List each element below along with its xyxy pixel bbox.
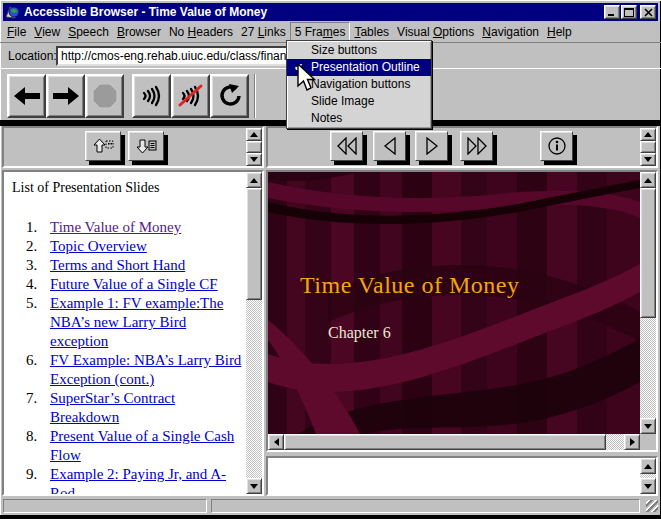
slide-vertical-scrollbar	[640, 172, 656, 434]
list-item: 8.Present Value of a Single Cash Flow	[4, 427, 246, 465]
slide-link-7[interactable]: SuperStar’s Contract Breakdown	[50, 389, 242, 427]
previous-slide-button[interactable]	[373, 131, 406, 161]
slide-link-4[interactable]: Future Value of a Single CF	[50, 275, 242, 294]
slide-background-art	[268, 172, 640, 434]
scroll-up-button[interactable]	[640, 128, 656, 141]
right-arrow-icon	[425, 137, 439, 155]
minimize-button[interactable]	[604, 5, 620, 19]
menu-visual-options[interactable]: Visual Options	[393, 23, 478, 41]
scroll-down-button[interactable]	[246, 478, 262, 494]
reload-button[interactable]	[210, 74, 249, 118]
scroll-down-button[interactable]	[640, 418, 656, 434]
slide-list: List of Presentation Slides 1.Time Value…	[4, 172, 246, 494]
menu-file[interactable]: File	[3, 23, 30, 41]
scrollbar-track[interactable]	[640, 318, 656, 418]
frames-menu-notes[interactable]: Notes	[287, 110, 431, 127]
slide-link-9[interactable]: Example 2: Paying Jr, and A-Rod	[50, 465, 242, 494]
slide-image-frame: Time Value of Money Chapter 6	[266, 170, 658, 452]
list-heading: List of Presentation Slides	[12, 180, 159, 196]
info-button[interactable]	[540, 131, 573, 161]
back-button[interactable]	[7, 74, 46, 118]
browser-window: Accessible Browser - Time Value of Money…	[0, 0, 661, 519]
size-buttons-frame	[2, 126, 264, 168]
nav-frame-scrollbar	[640, 128, 656, 166]
slide-link-3[interactable]: Terms and Short Hand	[50, 256, 242, 275]
status-panel-right	[211, 499, 640, 513]
mute-speech-icon	[178, 83, 204, 109]
menu-bar: File View Speech Browser No Headers 27 L…	[3, 22, 658, 41]
menu-27-links[interactable]: 27 Links	[237, 23, 290, 41]
slide-link-2[interactable]: Topic Overview	[50, 237, 242, 256]
menu-no-headers[interactable]: No Headers	[165, 23, 237, 41]
outline-scrollbar	[246, 172, 262, 494]
info-icon	[547, 136, 567, 156]
close-button[interactable]	[640, 5, 656, 19]
frames-menu-slide-image[interactable]: Slide Image	[287, 93, 431, 110]
menu-navigation[interactable]: Navigation	[478, 23, 543, 41]
scroll-right-button[interactable]	[624, 434, 640, 450]
presentation-outline-frame: List of Presentation Slides 1.Time Value…	[2, 170, 264, 496]
speak-button[interactable]	[132, 74, 171, 118]
double-right-arrow-icon	[467, 137, 487, 155]
scrollbar-track[interactable]	[246, 300, 262, 478]
arrow-down-list-icon	[135, 138, 157, 154]
first-slide-button[interactable]	[330, 131, 363, 161]
stop-icon	[92, 83, 118, 109]
reload-icon	[217, 83, 243, 109]
menu-help[interactable]: Help	[543, 23, 576, 41]
location-label: Location:	[8, 49, 57, 63]
list-item: 5.Example 1: FV example:The NBA’s new La…	[4, 294, 246, 351]
scrollbar-track[interactable]	[606, 434, 624, 450]
scrollbar-thumb[interactable]	[640, 188, 656, 318]
menu-tables[interactable]: Tables	[350, 23, 393, 41]
scrollbar-thumb[interactable]	[284, 434, 606, 450]
location-input[interactable]	[56, 46, 310, 66]
double-left-arrow-icon	[337, 137, 357, 155]
slide-title: Time Value of Money	[300, 272, 520, 299]
resize-grip[interactable]	[646, 500, 658, 512]
scroll-up-button[interactable]	[640, 458, 656, 474]
slide-link-1[interactable]: Time Value of Money	[50, 218, 242, 237]
demote-slide-button[interactable]	[128, 131, 164, 161]
slide-image: Time Value of Money Chapter 6	[268, 172, 640, 434]
scroll-down-button[interactable]	[640, 153, 656, 166]
frames-menu-size-buttons[interactable]: Size buttons	[287, 42, 431, 59]
menu-view[interactable]: View	[30, 23, 64, 41]
scroll-up-button[interactable]	[246, 128, 262, 141]
scrollbar-corner	[640, 434, 656, 450]
scroll-down-button[interactable]	[246, 153, 262, 166]
forward-button[interactable]	[46, 74, 85, 118]
notes-scrollbar	[640, 458, 656, 494]
stop-button[interactable]	[85, 74, 124, 118]
menu-browser[interactable]: Browser	[113, 23, 165, 41]
promote-slide-button[interactable]	[85, 131, 121, 161]
list-item: 6.FV Example: NBA’s Larry Bird Exception…	[4, 351, 246, 389]
arrow-up-box-icon	[92, 138, 114, 154]
status-bar	[0, 498, 661, 515]
status-panel-left	[3, 499, 207, 513]
window-title: Accessible Browser - Time Value of Money	[21, 5, 603, 19]
slide-link-8[interactable]: Present Value of a Single Cash Flow	[50, 427, 242, 465]
list-item: 3.Terms and Short Hand	[4, 256, 246, 275]
scrollbar-thumb[interactable]	[246, 141, 262, 153]
scroll-left-button[interactable]	[268, 434, 284, 450]
menu-speech[interactable]: Speech	[64, 23, 113, 41]
app-icon	[5, 4, 21, 20]
menu-5-frames[interactable]: 5 Frames	[290, 22, 351, 42]
title-bar[interactable]: Accessible Browser - Time Value of Money	[3, 3, 658, 21]
scrollbar-thumb[interactable]	[640, 141, 656, 153]
mute-speech-button[interactable]	[171, 74, 210, 118]
scrollbar-thumb[interactable]	[246, 188, 262, 300]
slide-link-5[interactable]: Example 1: FV example:The NBA’s new Larr…	[50, 294, 242, 351]
mouse-cursor	[297, 63, 317, 92]
window-bottom-edge	[0, 515, 661, 519]
next-slide-button[interactable]	[415, 131, 448, 161]
scroll-up-button[interactable]	[640, 172, 656, 188]
scroll-up-button[interactable]	[246, 172, 262, 188]
last-slide-button[interactable]	[460, 131, 493, 161]
maximize-button[interactable]	[621, 5, 637, 19]
notes-frame	[266, 456, 658, 496]
scroll-down-button[interactable]	[640, 478, 656, 494]
list-item: 7.SuperStar’s Contract Breakdown	[4, 389, 246, 427]
slide-link-6[interactable]: FV Example: NBA’s Larry Bird Exception (…	[50, 351, 242, 389]
